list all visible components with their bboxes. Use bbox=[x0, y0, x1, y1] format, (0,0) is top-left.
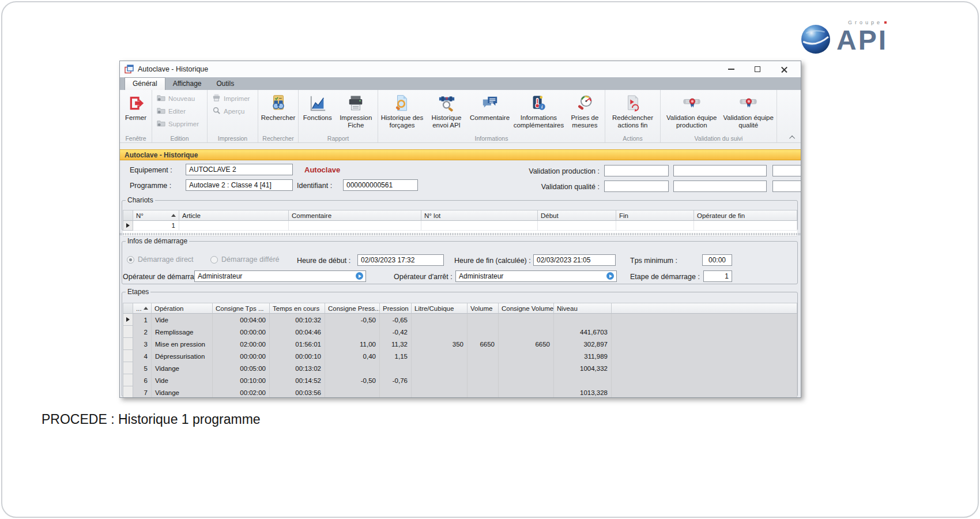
commentaire-button[interactable]: Commentaire bbox=[468, 92, 511, 134]
column-header[interactable]: Opération bbox=[152, 303, 213, 314]
table-cell[interactable]: -0,65 bbox=[380, 314, 412, 326]
column-header[interactable]: Fin bbox=[616, 210, 694, 221]
column-header[interactable]: Opérateur de fin bbox=[694, 210, 797, 221]
table-cell[interactable] bbox=[538, 221, 616, 231]
table-cell[interactable] bbox=[554, 314, 612, 326]
table-cell[interactable] bbox=[412, 386, 468, 397]
table-cell[interactable]: 302,897 bbox=[554, 338, 612, 350]
table-cell[interactable] bbox=[499, 314, 554, 326]
historique-forcages-button[interactable]: Historique des forçages bbox=[379, 92, 425, 134]
etapes-row[interactable]: 4Dépressurisation00:00:0000:00:100,401,1… bbox=[123, 350, 797, 362]
table-cell[interactable]: 00:00:10 bbox=[270, 350, 325, 362]
programme-field[interactable]: Autoclave 2 : Classe 4 [41] bbox=[186, 179, 293, 191]
row-selector[interactable] bbox=[123, 350, 133, 362]
tab-affichage[interactable]: Affichage bbox=[165, 78, 209, 90]
table-cell[interactable]: -0,50 bbox=[325, 374, 380, 386]
column-header[interactable]: Temps en cours bbox=[270, 303, 325, 314]
table-cell[interactable]: 1,15 bbox=[380, 350, 412, 362]
table-cell[interactable]: 00:00:00 bbox=[213, 326, 270, 338]
table-cell[interactable]: 11,32 bbox=[380, 338, 412, 350]
table-cell[interactable]: 00:10:00 bbox=[213, 374, 270, 386]
table-cell[interactable]: 3 bbox=[133, 338, 152, 350]
column-header[interactable]: N° bbox=[133, 210, 179, 221]
column-header[interactable]: Article bbox=[179, 210, 289, 221]
column-header[interactable]: Début bbox=[538, 210, 616, 221]
table-cell[interactable]: 0,40 bbox=[325, 350, 380, 362]
operateur-arret-lookup-icon[interactable] bbox=[606, 272, 614, 280]
table-cell[interactable] bbox=[412, 326, 468, 338]
splitter-handle[interactable] bbox=[120, 233, 801, 235]
row-selector[interactable] bbox=[123, 374, 133, 386]
heure-debut-field[interactable]: 02/03/2023 17:32 bbox=[357, 254, 444, 266]
table-cell[interactable] bbox=[499, 362, 554, 374]
table-cell[interactable]: 00:03:56 bbox=[270, 386, 325, 397]
table-cell[interactable] bbox=[468, 326, 499, 338]
redeclencher-actions-fin-button[interactable]: Redéclencher actions fin bbox=[606, 92, 659, 129]
table-cell[interactable]: 00:05:00 bbox=[213, 362, 270, 374]
operateur-arret-field[interactable]: Administrateur bbox=[455, 270, 617, 282]
operateur-demarrage-field[interactable]: Administrateur bbox=[194, 270, 366, 282]
validation-equipe-qualite-button[interactable]: Validation équipe qualité bbox=[721, 92, 775, 134]
column-header[interactable]: Consigne Press... bbox=[325, 303, 380, 314]
historique-envoi-api-button[interactable]: Historique envoi API bbox=[425, 92, 468, 134]
prises-de-mesures-button[interactable]: Prises de mesures bbox=[566, 92, 604, 134]
operateur-demarrage-lookup-icon[interactable] bbox=[356, 272, 363, 280]
table-cell[interactable]: 6650 bbox=[499, 338, 554, 350]
table-cell[interactable] bbox=[380, 386, 412, 397]
identifiant-field[interactable]: 000000000561 bbox=[343, 179, 418, 191]
table-cell[interactable]: 6650 bbox=[468, 338, 499, 350]
rechercher-button[interactable]: Rechercher bbox=[259, 92, 297, 122]
etapes-row[interactable]: 3Mise en pression02:00:0001:56:0111,0011… bbox=[123, 338, 797, 350]
table-cell[interactable]: Dépressurisation bbox=[152, 350, 213, 362]
column-header[interactable]: Commentaire bbox=[289, 210, 421, 221]
table-cell[interactable]: 1013,328 bbox=[554, 386, 612, 397]
tab-outils[interactable]: Outils bbox=[209, 78, 242, 90]
table-cell[interactable]: 01:56:01 bbox=[270, 338, 325, 350]
row-selector[interactable] bbox=[123, 314, 133, 326]
table-cell[interactable]: 00:00:00 bbox=[213, 350, 270, 362]
table-cell[interactable] bbox=[554, 374, 612, 386]
etapes-row[interactable]: 7Vidange00:02:0000:03:561013,328 bbox=[123, 386, 797, 397]
table-cell[interactable]: 00:13:02 bbox=[270, 362, 325, 374]
table-cell[interactable] bbox=[499, 326, 554, 338]
table-cell[interactable]: -0,76 bbox=[380, 374, 412, 386]
table-cell[interactable]: 350 bbox=[412, 338, 468, 350]
validation-equipe-production-button[interactable]: Validation équipe production bbox=[662, 92, 721, 134]
column-header[interactable]: Consigne Tps ... bbox=[213, 303, 270, 314]
table-cell[interactable]: 02:00:00 bbox=[213, 338, 270, 350]
table-cell[interactable]: 11,00 bbox=[325, 338, 380, 350]
column-header[interactable]: N° lot bbox=[421, 210, 538, 221]
etapes-row[interactable]: 6Vide00:10:0000:14:52-0,50-0,76 bbox=[123, 374, 797, 386]
equipement-field[interactable]: AUTOCLAVE 2 bbox=[186, 164, 293, 175]
impression-fiche-button[interactable]: Impression Fiche bbox=[336, 92, 376, 134]
table-cell[interactable] bbox=[325, 386, 380, 397]
table-cell[interactable] bbox=[325, 362, 380, 374]
row-selector[interactable] bbox=[123, 221, 133, 231]
close-button[interactable] bbox=[771, 62, 797, 76]
table-cell[interactable]: 1 bbox=[133, 221, 179, 231]
table-cell[interactable]: 6 bbox=[133, 374, 152, 386]
row-selector[interactable] bbox=[123, 386, 133, 397]
table-cell[interactable] bbox=[412, 350, 468, 362]
table-cell[interactable] bbox=[468, 362, 499, 374]
row-selector[interactable] bbox=[123, 338, 133, 350]
fermer-button[interactable]: Fermer bbox=[121, 92, 150, 122]
row-selector[interactable] bbox=[123, 326, 133, 338]
etapes-row[interactable]: 1Vide00:04:0000:10:32-0,50-0,65 bbox=[123, 314, 797, 326]
table-cell[interactable]: Remplissage bbox=[152, 326, 213, 338]
column-header[interactable]: ... bbox=[133, 303, 152, 314]
table-cell[interactable] bbox=[421, 221, 538, 231]
row-selector-header[interactable] bbox=[123, 303, 133, 314]
table-cell[interactable]: Mise en pression bbox=[152, 338, 213, 350]
maximize-button[interactable] bbox=[744, 62, 771, 76]
etape-demarrage-field[interactable]: 1 bbox=[703, 270, 732, 282]
table-cell[interactable] bbox=[616, 221, 694, 231]
table-cell[interactable]: 311,989 bbox=[554, 350, 612, 362]
validation-qualite-field-2[interactable] bbox=[673, 180, 767, 192]
column-header[interactable]: Volume bbox=[468, 303, 499, 314]
table-cell[interactable] bbox=[694, 221, 797, 231]
validation-qualite-field-1[interactable] bbox=[604, 180, 669, 192]
table-cell[interactable]: 00:10:32 bbox=[270, 314, 325, 326]
validation-production-field-2[interactable] bbox=[673, 165, 767, 176]
chariots-data-row[interactable]: 1 bbox=[123, 221, 797, 231]
